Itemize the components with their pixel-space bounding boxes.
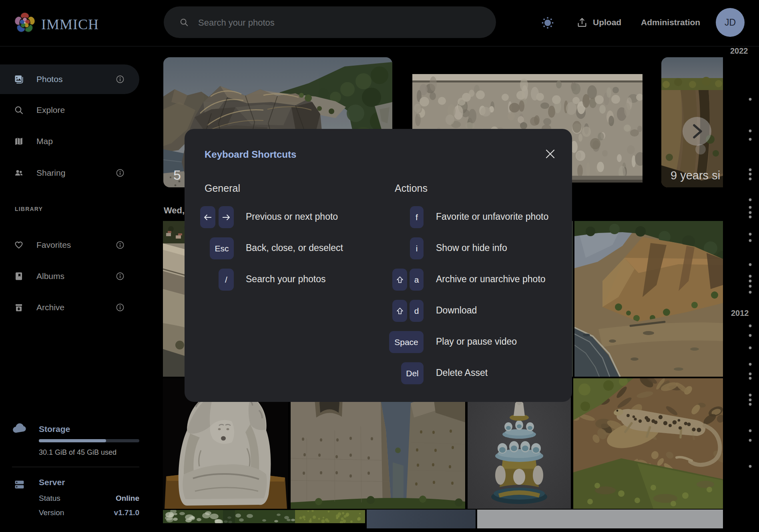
svg-text:9 years si: 9 years si (671, 169, 720, 182)
